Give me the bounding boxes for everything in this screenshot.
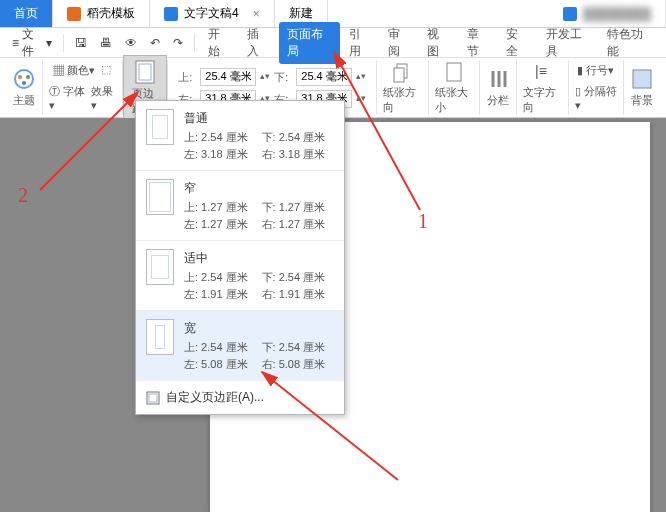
file-label: 文件 <box>22 26 43 60</box>
paper-size-button[interactable]: 纸张大小 <box>429 60 481 115</box>
orientation-label: 纸张方向 <box>383 85 422 115</box>
theme-icon <box>12 67 36 91</box>
tab-new-label: 新建 <box>289 5 313 22</box>
margin-bottom-input[interactable] <box>296 68 352 86</box>
preset-normal-title: 普通 <box>184 109 325 127</box>
svg-point-0 <box>15 70 33 88</box>
columns-icon <box>486 67 510 91</box>
theme-group[interactable]: 主题 <box>6 60 43 115</box>
preset-moderate-title: 适中 <box>184 249 325 267</box>
preset-wide[interactable]: 宽上: 2.54 厘米下: 2.54 厘米左: 5.08 厘米右: 5.08 厘… <box>136 311 344 381</box>
top-label: 上: <box>178 70 196 85</box>
color-button[interactable]: ▦ 颜色▾ <box>53 63 95 78</box>
preset-narrow-thumb <box>146 179 174 215</box>
doc-icon-2 <box>563 7 577 21</box>
templates-icon <box>67 7 81 21</box>
orientation-icon <box>391 60 415 83</box>
font-effect-group: ▦ 颜色▾ ⬚ Ⓣ 字体▾ 效果▾ <box>43 60 123 115</box>
margin-top-input[interactable] <box>200 68 256 86</box>
effect-button[interactable]: 效果▾ <box>91 84 115 112</box>
preset-normal-thumb <box>146 109 174 145</box>
font-button[interactable]: Ⓣ 字体▾ <box>49 84 85 112</box>
text-direction-icon: |≡ <box>531 60 555 83</box>
orientation-button[interactable]: 纸张方向 <box>377 60 429 115</box>
tab-page-layout[interactable]: 页面布局 <box>279 22 340 64</box>
svg-point-1 <box>18 75 22 79</box>
preset-normal[interactable]: 普通上: 2.54 厘米下: 2.54 厘米左: 3.18 厘米右: 3.18 … <box>136 101 344 171</box>
background-button[interactable]: 背景 <box>624 60 660 115</box>
margins-dropdown: 普通上: 2.54 厘米下: 2.54 厘米左: 3.18 厘米右: 3.18 … <box>135 100 345 415</box>
svg-text:|≡: |≡ <box>535 63 547 79</box>
background-icon <box>630 67 654 91</box>
tab-developer[interactable]: 开发工具 <box>538 22 599 64</box>
preset-moderate[interactable]: 适中上: 2.54 厘米下: 2.54 厘米左: 1.91 厘米右: 1.91 … <box>136 241 344 311</box>
line-breaks-group: ▮ 行号▾ ▯ 分隔符▾ <box>569 60 624 115</box>
tab-safe[interactable]: 安全 <box>498 22 536 64</box>
custom-margins-icon <box>146 391 160 405</box>
tab-chapter[interactable]: 章节 <box>459 22 497 64</box>
tab-templates[interactable]: 稻壳模板 <box>53 0 150 27</box>
redo-button[interactable]: ↷ <box>167 32 189 54</box>
svg-point-2 <box>26 75 30 79</box>
preview-button[interactable]: 👁 <box>119 32 143 54</box>
tab-doc-label: 文字文稿4 <box>184 5 239 22</box>
svg-point-3 <box>22 81 26 85</box>
svg-rect-13 <box>633 70 651 88</box>
bottom-label: 下: <box>274 70 292 85</box>
theme-label: 主题 <box>13 93 35 108</box>
preset-wide-thumb <box>146 319 174 355</box>
tab-templates-label: 稻壳模板 <box>87 5 135 22</box>
columns-label: 分栏 <box>487 93 509 108</box>
preset-wide-title: 宽 <box>184 319 325 337</box>
save-button[interactable]: 🖫 <box>69 32 93 54</box>
doc-icon <box>164 7 178 21</box>
annotation-1: 1 <box>418 210 428 233</box>
svg-rect-7 <box>394 68 404 82</box>
tab-other-label: ████████ <box>583 7 651 21</box>
background-label: 背景 <box>631 93 653 108</box>
text-direction-button[interactable]: |≡文字方向 <box>517 60 569 115</box>
tab-home-label: 首页 <box>14 5 38 22</box>
svg-rect-8 <box>447 63 461 81</box>
margins-icon <box>135 60 155 84</box>
preset-narrow-title: 窄 <box>184 179 325 197</box>
breaks-button[interactable]: ▯ 分隔符▾ <box>575 84 617 112</box>
tab-review[interactable]: 审阅 <box>380 22 418 64</box>
tab-view[interactable]: 视图 <box>419 22 457 64</box>
preset-narrow[interactable]: 窄上: 1.27 厘米下: 1.27 厘米左: 1.27 厘米右: 1.27 厘… <box>136 171 344 241</box>
paper-size-icon <box>442 60 466 83</box>
text-direction-label: 文字方向 <box>523 85 562 115</box>
annotation-2: 2 <box>18 184 28 207</box>
quick-access-toolbar: ≡ 文件 ▾ 🖫 🖶 👁 ↶ ↷ 开始 插入 页面布局 引用 审阅 视图 章节 … <box>0 28 666 58</box>
print-button[interactable]: 🖶 <box>94 32 118 54</box>
menu-button[interactable]: ≡ 文件 ▾ <box>6 22 58 64</box>
columns-button[interactable]: 分栏 <box>480 60 517 115</box>
paper-size-label: 纸张大小 <box>435 85 474 115</box>
tab-insert[interactable]: 插入 <box>239 22 277 64</box>
tab-references[interactable]: 引用 <box>341 22 379 64</box>
border-button[interactable]: ⬚ <box>101 63 111 78</box>
line-number-button[interactable]: ▮ 行号▾ <box>577 63 614 78</box>
undo-button[interactable]: ↶ <box>144 32 166 54</box>
close-icon[interactable]: × <box>253 7 260 21</box>
tab-start[interactable]: 开始 <box>200 22 238 64</box>
tab-feature[interactable]: 特色功能 <box>599 22 660 64</box>
custom-margins-label: 自定义页边距(A)... <box>166 389 264 406</box>
custom-margins[interactable]: 自定义页边距(A)... <box>136 381 344 414</box>
preset-moderate-thumb <box>146 249 174 285</box>
